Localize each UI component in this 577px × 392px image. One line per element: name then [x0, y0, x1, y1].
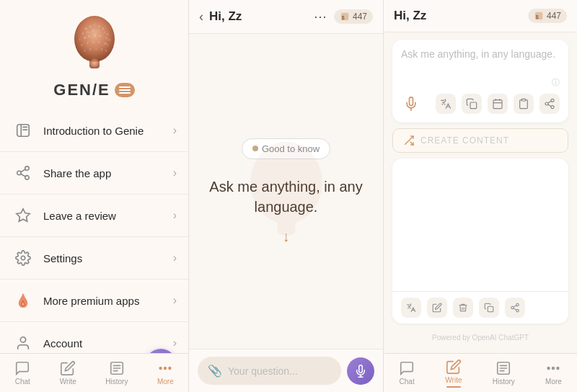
output-delete-icon[interactable]	[453, 298, 473, 318]
svg-line-78	[514, 308, 516, 310]
menu-label-premium: More premium apps	[43, 295, 173, 307]
svg-text:J: J	[104, 30, 105, 34]
app-logo: ABC DE FGH IJK LMN OPQ R STU VWX YZ1 23	[62, 12, 127, 76]
menu-label-review: Leave a review	[43, 210, 173, 222]
svg-text:D: D	[98, 24, 100, 28]
back-button[interactable]: ‹	[199, 9, 203, 24]
svg-text:V: V	[98, 40, 100, 44]
person-icon	[12, 331, 35, 353]
menu-label-settings: Settings	[43, 252, 173, 264]
token-count: 447	[353, 12, 367, 22]
right-nav-write[interactable]: Write	[438, 355, 469, 392]
right-header: Hi, Zz $ 447	[384, 0, 577, 32]
svg-rect-62	[493, 100, 502, 109]
nav-chat[interactable]: Chat	[6, 356, 39, 390]
svg-text:S: S	[81, 43, 83, 47]
svg-point-49	[160, 368, 162, 370]
gear-icon	[12, 246, 35, 270]
nav-more[interactable]: More	[149, 356, 182, 390]
book-icon	[12, 119, 35, 142]
watermark	[189, 34, 383, 349]
menu-item-premium[interactable]: More premium apps ›	[0, 280, 188, 322]
svg-point-84	[548, 368, 550, 370]
output-card	[392, 159, 568, 324]
output-share-icon[interactable]	[505, 298, 525, 318]
svg-text:B: B	[89, 24, 92, 28]
nav-write[interactable]: Write	[51, 356, 85, 390]
mic-button[interactable]	[347, 357, 374, 385]
bottom-nav: Chat Write History More	[0, 353, 188, 392]
svg-point-54	[250, 141, 322, 223]
active-indicator	[446, 386, 461, 388]
menu-item-intro[interactable]: Introduction to Genie ›	[0, 110, 188, 152]
right-nav-more[interactable]: More	[538, 356, 569, 390]
right-mic-icon[interactable]	[401, 94, 421, 114]
svg-text:N: N	[88, 35, 90, 38]
svg-rect-66	[521, 99, 525, 101]
svg-text:R: R	[108, 38, 110, 42]
share-right-icon[interactable]	[539, 94, 560, 114]
chevron-icon: ›	[173, 294, 177, 307]
toolbar-icons	[436, 94, 560, 114]
svg-line-71	[548, 101, 552, 103]
right-body: Ask me anything, in any language. ⓘ	[384, 32, 577, 353]
chat-header-actions: ⋯ $ 447	[314, 9, 373, 24]
chat-input-area: 📎 Your question...	[189, 349, 383, 392]
right-nav-chat-label: Chat	[400, 378, 415, 386]
menu-item-review[interactable]: Leave a review ›	[0, 195, 188, 237]
clipboard-icon[interactable]	[514, 94, 534, 114]
chevron-icon: ›	[173, 124, 177, 137]
create-content-bar[interactable]: CREATE CONTENT	[392, 128, 568, 153]
svg-rect-1	[89, 58, 100, 68]
svg-point-42	[20, 337, 25, 342]
svg-text:O: O	[94, 34, 96, 37]
svg-text:$: $	[536, 14, 539, 19]
svg-point-86	[557, 368, 559, 370]
more-options-button[interactable]: ⋯	[314, 9, 327, 24]
right-title: Hi, Zz	[394, 9, 528, 23]
svg-point-85	[552, 368, 555, 370]
svg-point-75	[516, 303, 519, 306]
right-nav-chat[interactable]: Chat	[392, 356, 422, 390]
svg-rect-74	[488, 306, 493, 312]
svg-line-39	[21, 169, 25, 172]
flame-icon	[12, 289, 35, 312]
svg-line-70	[548, 104, 552, 107]
right-nav-write-label: Write	[445, 376, 462, 384]
output-edit-icon[interactable]	[427, 298, 447, 318]
svg-point-77	[516, 309, 519, 312]
chevron-icon: ›	[173, 209, 177, 222]
nav-history-label: History	[105, 378, 128, 386]
svg-point-50	[164, 368, 167, 370]
menu-item-settings[interactable]: Settings ›	[0, 237, 188, 280]
menu-panel: ABC DE FGH IJK LMN OPQ R STU VWX YZ1 23 …	[0, 0, 189, 392]
output-translate-icon[interactable]	[401, 298, 421, 318]
chevron-icon: ›	[173, 166, 177, 179]
translate-icon[interactable]	[436, 94, 456, 114]
svg-point-51	[169, 368, 171, 370]
chat-header: ‹ Hi, Zz ⋯ $ 447	[189, 0, 383, 34]
right-nav-history-label: History	[493, 378, 515, 386]
copy-icon[interactable]	[462, 94, 482, 114]
calendar-icon[interactable]	[488, 94, 508, 114]
attach-icon: 📎	[208, 364, 222, 378]
svg-text:Y: Y	[84, 49, 86, 53]
svg-text:Q: Q	[105, 36, 107, 40]
menu-label-intro: Introduction to Genie	[43, 125, 173, 137]
right-nav-history[interactable]: History	[485, 356, 522, 390]
svg-point-41	[21, 256, 25, 260]
brand-name: GEN/E	[53, 81, 134, 99]
menu-list: Introduction to Genie › Share the app ›	[0, 107, 188, 353]
nav-write-label: Write	[60, 378, 76, 386]
svg-text:C: C	[94, 23, 96, 27]
share-icon	[12, 161, 35, 184]
nav-history[interactable]: History	[97, 356, 136, 390]
menu-item-share[interactable]: Share the app ›	[0, 152, 188, 195]
output-copy-icon[interactable]	[479, 298, 499, 318]
powered-by-label: Powered by OpenAI ChatGPT	[392, 329, 568, 346]
output-content	[392, 159, 568, 291]
svg-point-67	[551, 99, 554, 102]
svg-text:X: X	[107, 43, 109, 47]
chat-input-field[interactable]: 📎 Your question...	[198, 357, 341, 385]
svg-text:M: M	[84, 36, 86, 40]
